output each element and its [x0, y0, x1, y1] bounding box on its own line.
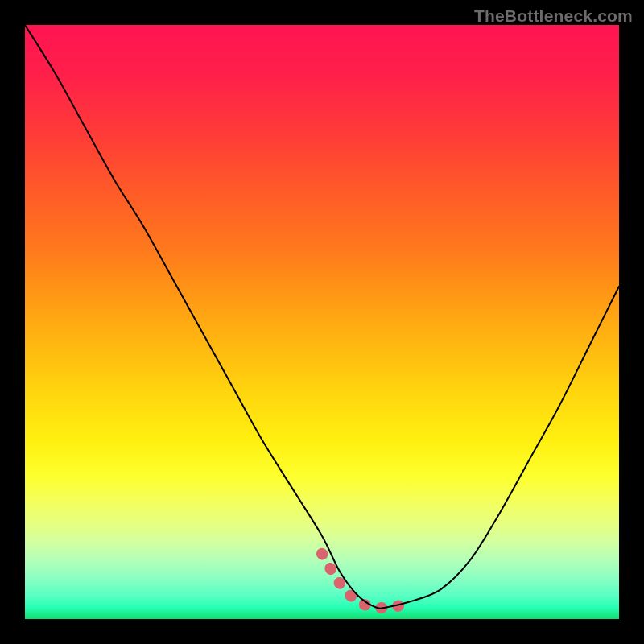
- plot-area: [25, 25, 619, 619]
- chart-stage: TheBottleneck.com: [0, 0, 644, 644]
- curve-layer: [25, 25, 619, 619]
- bottleneck-curve: [25, 25, 619, 609]
- watermark-text: TheBottleneck.com: [474, 6, 633, 26]
